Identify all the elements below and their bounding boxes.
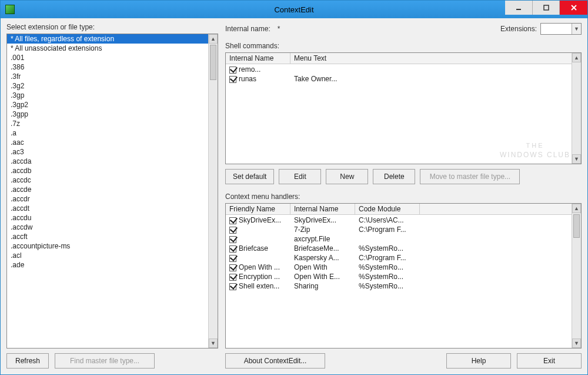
right-panel: Internal name: * Extensions: ▼ Shell com… <box>225 23 582 369</box>
extensions-combo[interactable]: ▼ <box>540 23 582 35</box>
scroll-up-icon[interactable]: ▲ <box>209 34 218 44</box>
list-item[interactable]: .acl <box>7 251 208 260</box>
list-item[interactable]: .accdt <box>7 204 208 213</box>
shell-col-internal-name[interactable]: Internal Name <box>226 53 290 64</box>
list-item[interactable]: .accdc <box>7 175 208 185</box>
list-item[interactable]: .accdw <box>7 223 208 232</box>
table-row[interactable]: axcrypt.File <box>226 234 572 244</box>
internal-name-value: * <box>278 25 280 33</box>
shell-col-menu-text[interactable]: Menu Text <box>290 53 581 64</box>
shell-commands-label: Shell commands: <box>225 42 582 50</box>
list-item[interactable]: .a <box>7 128 208 138</box>
list-item[interactable]: .386 <box>7 62 208 72</box>
table-row[interactable]: Encryption ...Open With E...%SystemRo... <box>226 272 572 281</box>
window-title: ContextEdit <box>274 5 313 14</box>
table-row[interactable]: BriefcaseBriefcaseMe...%SystemRo... <box>226 244 572 253</box>
checkbox-icon[interactable] <box>229 255 236 262</box>
table-row[interactable]: Shell exten...Sharing%SystemRo... <box>226 281 572 291</box>
checkbox-icon[interactable] <box>229 264 236 271</box>
checkbox-icon[interactable] <box>229 67 236 74</box>
refresh-button[interactable]: Refresh <box>6 353 49 369</box>
scroll-down-icon[interactable]: ▼ <box>572 154 581 164</box>
checkbox-icon[interactable] <box>229 274 236 281</box>
list-item[interactable]: .accdr <box>7 194 208 204</box>
internal-name-label: Internal name: <box>225 25 270 33</box>
svg-line-3 <box>572 5 576 10</box>
list-item[interactable]: .7z <box>7 119 208 128</box>
checkbox-icon[interactable] <box>229 283 236 290</box>
left-panel: Select extension or file type: * All fil… <box>6 23 218 369</box>
about-button[interactable]: About ContextEdit... <box>225 353 325 369</box>
scroll-thumb[interactable] <box>210 45 216 80</box>
title-bar[interactable]: ContextEdit <box>1 1 587 18</box>
list-item[interactable]: .accdb <box>7 166 208 175</box>
handlers-col-friendly[interactable]: Friendly Name <box>226 204 290 214</box>
table-row[interactable]: Open With ...Open With%SystemRo... <box>226 263 572 272</box>
new-button[interactable]: New <box>326 169 368 184</box>
table-row[interactable]: Kaspersky A...C:\Program F... <box>226 253 572 263</box>
list-item[interactable]: .accdu <box>7 213 208 223</box>
context-handlers-label: Context menu handlers: <box>225 193 582 201</box>
checkbox-icon[interactable] <box>229 76 236 83</box>
list-item[interactable]: .3g2 <box>7 81 208 91</box>
scroll-down-icon[interactable]: ▼ <box>572 339 581 348</box>
shell-button-row: Set default Edit New Delete Move to mast… <box>225 169 582 184</box>
close-button[interactable] <box>559 1 587 15</box>
internal-name-row: Internal name: * Extensions: ▼ <box>225 23 582 35</box>
context-handlers-grid[interactable]: Friendly Name Internal Name Code Module … <box>225 203 582 349</box>
scroll-up-icon[interactable]: ▲ <box>572 204 581 213</box>
chevron-down-icon: ▼ <box>572 24 581 34</box>
shell-scrollbar[interactable]: ▲ ▼ <box>572 53 581 164</box>
list-item[interactable]: .3gp <box>7 91 208 100</box>
svg-rect-1 <box>544 5 549 10</box>
checkbox-icon[interactable] <box>229 227 236 234</box>
checkbox-icon[interactable] <box>229 217 236 224</box>
table-row[interactable]: 7-ZipC:\Program F... <box>226 225 572 234</box>
client-area: Select extension or file type: * All fil… <box>1 18 587 374</box>
left-bottom-bar: Refresh Find master file type... <box>6 349 218 369</box>
list-item[interactable]: .accountpicture-ms <box>7 241 208 251</box>
list-item[interactable]: .001 <box>7 53 208 62</box>
list-item[interactable]: .ade <box>7 260 208 270</box>
edit-button[interactable]: Edit <box>279 169 321 184</box>
extension-scrollbar[interactable]: ▲ ▼ <box>208 34 218 348</box>
table-row[interactable]: runasTake Owner... <box>226 74 572 84</box>
table-row[interactable]: remo... <box>226 65 572 74</box>
scroll-up-icon[interactable]: ▲ <box>572 53 581 62</box>
set-default-button[interactable]: Set default <box>225 169 274 184</box>
list-item[interactable]: .accft <box>7 232 208 241</box>
handlers-col-internal[interactable]: Internal Name <box>290 204 355 214</box>
checkbox-icon[interactable] <box>229 236 236 243</box>
list-item[interactable]: .3fr <box>7 72 208 81</box>
maximize-button[interactable] <box>532 1 559 15</box>
delete-button[interactable]: Delete <box>373 169 415 184</box>
svg-line-2 <box>572 5 576 10</box>
shell-commands-grid[interactable]: Internal Name Menu Text remo...runasTake… <box>225 52 582 164</box>
handlers-col-module[interactable]: Code Module <box>355 204 420 214</box>
list-item[interactable]: .accde <box>7 185 208 194</box>
extension-list-label: Select extension or file type: <box>6 23 218 31</box>
minimize-button[interactable] <box>505 1 532 15</box>
scroll-thumb[interactable] <box>573 214 580 238</box>
extensions-label: Extensions: <box>500 25 537 33</box>
exit-button[interactable]: Exit <box>517 353 582 369</box>
list-item[interactable]: * All unassociated extensions <box>7 44 208 53</box>
list-item[interactable]: .accda <box>7 157 208 166</box>
handlers-scrollbar[interactable]: ▲ ▼ <box>572 204 581 348</box>
app-icon <box>5 5 15 14</box>
table-row[interactable]: SkyDriveEx...SkyDriveEx...C:\Users\AC... <box>226 215 572 225</box>
list-item[interactable]: .3gpp <box>7 109 208 119</box>
list-item[interactable]: .ac3 <box>7 147 208 157</box>
window-buttons <box>505 1 587 18</box>
move-master-button[interactable]: Move to master file type... <box>420 169 520 184</box>
scroll-down-icon[interactable]: ▼ <box>209 339 218 348</box>
right-bottom-bar: About ContextEdit... Help Exit <box>225 349 582 369</box>
list-item[interactable]: * All files, regardless of extension <box>7 34 208 44</box>
list-item[interactable]: .aac <box>7 138 208 147</box>
checkbox-icon[interactable] <box>229 245 236 253</box>
app-window: ContextEdit Select extension or file typ… <box>0 0 588 375</box>
extension-listbox[interactable]: * All files, regardless of extension* Al… <box>6 34 218 349</box>
list-item[interactable]: .3gp2 <box>7 100 208 109</box>
help-button[interactable]: Help <box>446 353 511 369</box>
find-master-button[interactable]: Find master file type... <box>55 353 155 369</box>
